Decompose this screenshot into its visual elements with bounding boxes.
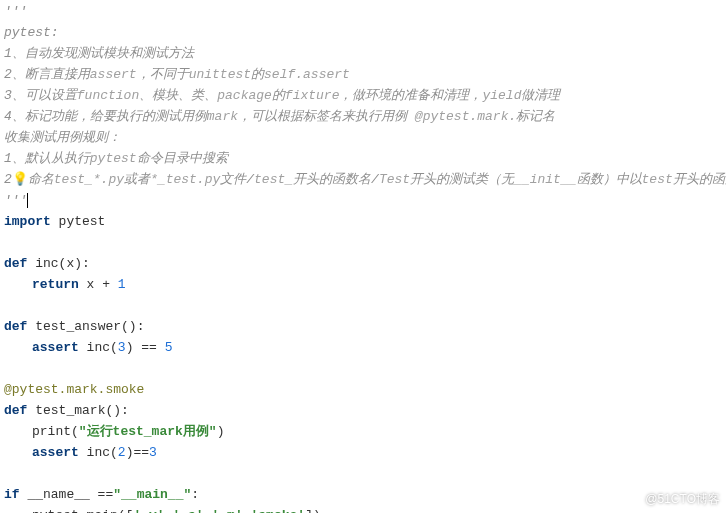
- lightbulb-icon: 💡: [12, 172, 28, 187]
- blank-line: [4, 359, 722, 380]
- decorator: @pytest.mark.smoke: [4, 380, 722, 401]
- if-main: if __name__ =="__main__":: [4, 485, 722, 506]
- text-cursor: [27, 193, 28, 208]
- watermark-text: @51CTO博客: [645, 490, 720, 509]
- docstring-l2: 2、断言直接用assert，不同于unittest的self.assert: [4, 65, 722, 86]
- docstring-title: pytest:: [4, 23, 722, 44]
- print-line: print("运行test_mark用例"): [4, 422, 722, 443]
- assert-line-2: assert inc(2)==3: [4, 443, 722, 464]
- import-line: import pytest: [4, 212, 722, 233]
- docstring-l1: 1、自动发现测试模块和测试方法: [4, 44, 722, 65]
- docstring-l5: 收集测试用例规则：: [4, 128, 722, 149]
- docstring-l7: 2💡命名test_*.py或者*_test.py文件/test_开头的函数名/T…: [4, 170, 722, 191]
- blank-line: [4, 233, 722, 254]
- code-editor[interactable]: ''' pytest: 1、自动发现测试模块和测试方法 2、断言直接用asser…: [0, 0, 726, 513]
- pytest-main-call: pytest.main(['-v','-s','-m','smoke']): [4, 506, 722, 513]
- def-inc: def inc(x):: [4, 254, 722, 275]
- blank-line: [4, 296, 722, 317]
- assert-line-1: assert inc(3) == 5: [4, 338, 722, 359]
- blank-line: [4, 464, 722, 485]
- docstring-close: ''': [4, 191, 722, 212]
- docstring-l6: 1、默认从执行pytest命令目录中搜索: [4, 149, 722, 170]
- docstring-l4: 4、标记功能，给要执行的测试用例mark，可以根据标签名来执行用例 @pytes…: [4, 107, 722, 128]
- return-line: return x + 1: [4, 275, 722, 296]
- def-test-mark: def test_mark():: [4, 401, 722, 422]
- def-test-answer: def test_answer():: [4, 317, 722, 338]
- docstring-open: ''': [4, 2, 722, 23]
- docstring-l3: 3、可以设置function、模块、类、package的fixture，做环境的…: [4, 86, 722, 107]
